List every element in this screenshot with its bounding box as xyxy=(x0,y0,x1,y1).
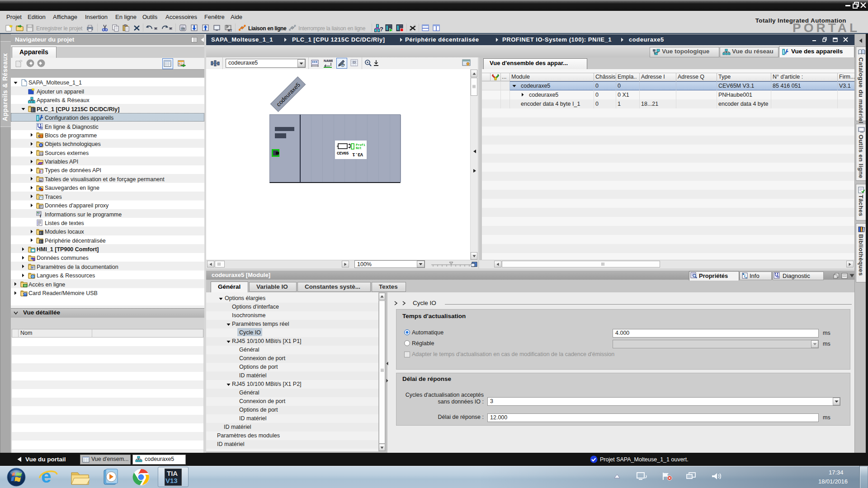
svg-text:?: ? xyxy=(380,26,383,32)
svg-text:RT: RT xyxy=(228,29,232,32)
svg-text:i: i xyxy=(40,213,41,218)
svg-text:NAME: NAME xyxy=(324,59,333,63)
svg-text:01: 01 xyxy=(40,153,43,156)
svg-text:CEV65: CEV65 xyxy=(337,151,349,156)
svg-text:01: 01 xyxy=(181,28,184,31)
svg-text:e: e xyxy=(41,467,51,486)
svg-text:Net: Net xyxy=(356,146,362,150)
svg-text:V3.1: V3.1 xyxy=(353,152,363,157)
